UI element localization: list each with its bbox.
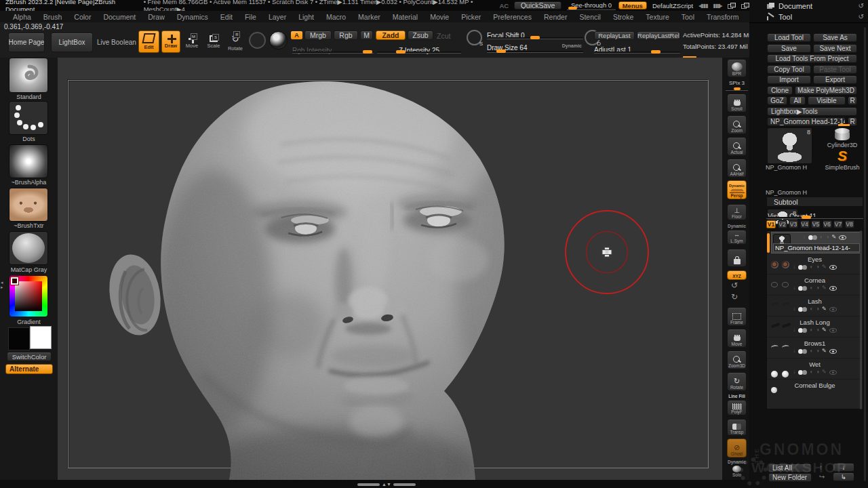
- sculpt-pencil-icon[interactable]: ✎: [831, 235, 836, 240]
- visible-count-slider[interactable]: Visible Count 11: [766, 209, 863, 218]
- shrink-icon[interactable]: ↓: [793, 327, 795, 333]
- current-matcap-thumb[interactable]: [9, 231, 48, 265]
- tray-divider-right[interactable]: [393, 483, 416, 486]
- live-boolean-label[interactable]: Live Boolean: [97, 39, 136, 46]
- load-tool-button[interactable]: Load Tool: [767, 33, 811, 42]
- save-button[interactable]: Save: [767, 44, 811, 53]
- menu-light[interactable]: Light: [292, 13, 320, 21]
- shrink-icon[interactable]: ↓: [793, 264, 795, 270]
- menus-button[interactable]: Menus: [618, 1, 647, 9]
- menu-macro[interactable]: Macro: [320, 13, 352, 21]
- alternate-button[interactable]: Alternate: [5, 364, 53, 374]
- subtool-row-cornea[interactable]: Cornea ↓ ◐ ◑ ✎: [767, 274, 863, 296]
- rgb-button[interactable]: Rgb: [334, 30, 358, 40]
- menu-document[interactable]: Document: [97, 13, 142, 21]
- see-through-slider[interactable]: See-through 0: [567, 1, 613, 9]
- store-config-icon[interactable]: [741, 3, 749, 9]
- new-folder-button[interactable]: New Folder: [768, 473, 812, 482]
- copy-config-icon[interactable]: [728, 3, 736, 9]
- xyz-button[interactable]: XYZ: [727, 270, 747, 280]
- solo-button[interactable]: Solo: [727, 465, 747, 478]
- move-3d-button[interactable]: Move: [727, 329, 747, 348]
- move-into-icon[interactable]: ↪: [819, 473, 825, 481]
- polypaint-icon[interactable]: [798, 307, 807, 312]
- tab-v4[interactable]: V4: [800, 220, 810, 228]
- goz-all-button[interactable]: All: [789, 96, 806, 105]
- menu-brush[interactable]: Brush: [37, 13, 68, 21]
- ghost-button[interactable]: ⊘ Ghost: [727, 439, 747, 458]
- quicksave-button[interactable]: QuickSave: [514, 1, 561, 9]
- polypaint-icon[interactable]: [798, 370, 807, 375]
- visibility-eye-icon[interactable]: [829, 265, 837, 270]
- replay-last-button[interactable]: ReplayLast: [594, 31, 635, 40]
- tab-v2[interactable]: V2: [778, 220, 787, 228]
- rotate-3d-button[interactable]: ↻ Rotate: [727, 372, 747, 391]
- save-as-button[interactable]: Save As: [813, 33, 857, 42]
- menu-stroke[interactable]: Stroke: [607, 13, 639, 21]
- zoom3d-button[interactable]: Zoom3D: [727, 350, 747, 369]
- move-up-icon[interactable]: ↑: [819, 464, 823, 471]
- make-polymesh3d-button[interactable]: Make PolyMesh3D: [795, 86, 857, 95]
- sculpt-pencil-icon[interactable]: ✎: [822, 369, 827, 375]
- m-button[interactable]: M: [360, 30, 373, 40]
- uv-icon[interactable]: ◐: [810, 306, 813, 312]
- menu-alpha[interactable]: Alpha: [7, 13, 37, 21]
- sculpt-canvas[interactable]: [58, 58, 722, 480]
- cylinder3d-tool[interactable]: Cylinder3D: [821, 127, 863, 148]
- subtool-scrollbar[interactable]: [860, 230, 862, 409]
- move-down-button[interactable]: ↓: [833, 463, 854, 472]
- menu-file[interactable]: File: [239, 13, 262, 21]
- saturation-square[interactable]: [15, 281, 42, 311]
- menu-dynamics[interactable]: Dynamics: [171, 13, 214, 21]
- current-alpha-icon[interactable]: [249, 32, 266, 49]
- subtool-row-active[interactable]: ↓ ◐ ◑ ✎ NP_Gnomon Head-12-14-: [771, 232, 862, 253]
- menu-tool[interactable]: Tool: [675, 13, 701, 21]
- menu-layer[interactable]: Layer: [262, 13, 292, 21]
- adjust-last-slider[interactable]: AdjustLast 1: [594, 43, 680, 52]
- contrast-icon[interactable]: ◑: [826, 235, 829, 240]
- draw-size-slider[interactable]: Draw Size 64 Dynamic: [487, 41, 583, 52]
- paste-tool-button[interactable]: Paste Tool: [813, 65, 857, 74]
- tab-v5[interactable]: V5: [811, 220, 821, 228]
- zsub-button[interactable]: Zsub: [408, 30, 433, 40]
- move-out-button[interactable]: ↳: [833, 472, 854, 481]
- floor-button[interactable]: ⊥ Floor: [727, 204, 747, 220]
- subtool-row-wet[interactable]: Wet ↓ ◐ ◑ ✎: [767, 359, 863, 380]
- rgb-intensity-slider[interactable]: Rgb Intensity: [292, 43, 374, 53]
- save-next-button[interactable]: Save Next: [813, 44, 857, 53]
- shrink-icon[interactable]: ↓: [793, 306, 795, 312]
- tray-resize-handle[interactable]: ◂▸: [1, 280, 3, 289]
- polypaint-icon[interactable]: [808, 235, 817, 240]
- goz-visible-button[interactable]: Visible: [808, 96, 846, 105]
- menu-marker[interactable]: Marker: [352, 13, 387, 21]
- scroll-button[interactable]: Scroll: [727, 94, 747, 113]
- lightbox-button[interactable]: LightBox: [51, 33, 93, 52]
- shrink-icon[interactable]: ↓: [803, 235, 806, 240]
- menu-edit[interactable]: Edit: [214, 13, 239, 21]
- shrink-icon[interactable]: ↓: [793, 348, 795, 354]
- menu-picker[interactable]: Picker: [455, 13, 487, 21]
- contrast-icon[interactable]: ◑: [816, 327, 819, 333]
- transp-button[interactable]: Transp: [727, 419, 747, 436]
- home-page-button[interactable]: Home Page: [8, 33, 45, 52]
- active-tool-thumbnail[interactable]: 8: [767, 127, 812, 164]
- uv-icon[interactable]: ◐: [820, 235, 823, 240]
- tab-v7[interactable]: V7: [833, 220, 843, 228]
- contrast-icon[interactable]: ◑: [816, 369, 819, 375]
- subtool-row-brows1[interactable]: Brows1 ↓ ◐ ◑ ✎: [767, 338, 863, 359]
- document-palette-header[interactable]: Document ↺: [749, 1, 868, 11]
- spin-left-icon[interactable]: ↺: [731, 282, 738, 289]
- menu-color[interactable]: Color: [68, 13, 97, 21]
- tray-divider-left[interactable]: [357, 483, 380, 486]
- current-alpha-thumb[interactable]: [9, 144, 48, 178]
- tool-restore-icon[interactable]: ↺: [859, 13, 864, 20]
- main-color-swatch[interactable]: [8, 327, 30, 350]
- tray-collapse-left-icon[interactable]: ◂▮▮▮: [698, 3, 707, 9]
- lightbox-tools-button[interactable]: Lightbox▶Tools: [767, 107, 857, 116]
- frame-button[interactable]: Frame: [727, 307, 747, 326]
- color-swatch-badge[interactable]: A: [291, 31, 302, 39]
- subtool-row-corneal-bulge[interactable]: Corneal Bulge: [767, 380, 863, 401]
- tool-name-field[interactable]: NP_Gnomon Head-12-14-2: [767, 117, 846, 126]
- polyframe-button[interactable]: PolyF: [727, 400, 747, 415]
- move-button[interactable]: M Move: [182, 30, 201, 53]
